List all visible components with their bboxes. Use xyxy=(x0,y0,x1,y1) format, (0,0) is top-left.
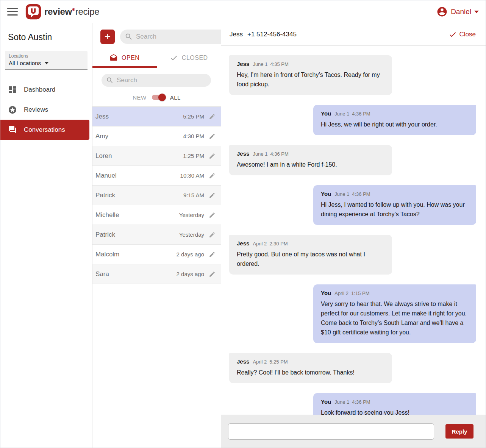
message-bubble: You June 14:36 PM Look forward to seeing… xyxy=(313,393,476,415)
reply-input[interactable] xyxy=(228,423,434,440)
edit-pencil-icon[interactable] xyxy=(209,133,216,140)
message-text: Hey, I’m here in front of Torchy’s Tacos… xyxy=(237,70,384,89)
message-row: You June 14:36 PM Look forward to seeing… xyxy=(229,393,476,415)
message-text: Really? Cool! I’ll be back tomorrow. Tha… xyxy=(237,368,384,377)
conversation-list-item[interactable]: Malcolm 2 days ago xyxy=(92,245,221,264)
message-row: You April 21:15 PM Very sorry to hear th… xyxy=(229,284,476,343)
message-sender: You xyxy=(321,110,331,117)
reply-bar: Reply xyxy=(221,415,486,448)
edit-pencil-icon[interactable] xyxy=(209,212,216,219)
message-timestamp: June 14:36 PM xyxy=(253,151,288,157)
check-icon xyxy=(170,54,178,62)
message-sender: You xyxy=(321,290,331,296)
message-bubble: Jess April 22:30 PM Pretty good. But one… xyxy=(229,235,392,275)
message-timestamp: June 14:36 PM xyxy=(334,399,370,405)
edit-pencil-icon[interactable] xyxy=(209,172,216,179)
brand-wordmark: review✱recipe xyxy=(44,6,99,17)
brand-star-icon: ✱ xyxy=(72,7,75,12)
conversation-list-item[interactable]: Michelle Yesterday xyxy=(92,205,221,225)
conversation-list-item[interactable]: Sara 2 days ago xyxy=(92,264,221,284)
message-row: Jess June 14:36 PM Awesome! I am in a wh… xyxy=(229,145,476,175)
conversation-time: 1:25 PM xyxy=(183,153,204,159)
user-menu[interactable]: Daniel xyxy=(436,6,479,17)
message-sender: Jess xyxy=(237,150,249,157)
user-name: Daniel xyxy=(451,8,471,16)
message-text: Very sorry to hear that. We always striv… xyxy=(321,299,469,337)
edit-pencil-icon[interactable] xyxy=(209,153,216,159)
conversation-name: Loren xyxy=(95,152,112,160)
close-label: Close xyxy=(459,31,476,38)
global-search[interactable]: ? xyxy=(120,30,236,44)
hamburger-menu-icon[interactable] xyxy=(7,8,18,16)
toggle-knob xyxy=(158,94,166,101)
edit-pencil-icon[interactable] xyxy=(209,192,216,199)
message-bubble: Jess June 14:36 PM Awesome! I am in a wh… xyxy=(229,145,392,175)
conversation-list-item[interactable]: Jess 5:25 PM xyxy=(92,107,221,126)
conversation-list-item[interactable]: Manuel 10:30 AM xyxy=(92,166,221,186)
conversation-time: 9:15 AM xyxy=(183,192,204,198)
conversation-search[interactable] xyxy=(102,74,211,87)
locations-select[interactable]: Locations All Locations xyxy=(5,51,88,70)
message-sender: You xyxy=(321,398,331,405)
message-sender: Jess xyxy=(237,358,249,365)
conversation-name: Michelle xyxy=(95,211,119,219)
edit-pencil-icon[interactable] xyxy=(209,251,216,258)
message-bubble: You June 14:36 PM Hi Jess, I wanted to f… xyxy=(313,185,476,225)
conversation-time: 5:25 PM xyxy=(183,113,204,120)
conversation-name: Amy xyxy=(95,133,108,140)
message-text: Hi Jess, I wanted to follow up with you.… xyxy=(321,200,469,219)
tab-label: CLOSED xyxy=(182,55,208,61)
conversation-time: 2 days ago xyxy=(177,271,204,277)
message-bubble: Jess April 25:25 PM Really? Cool! I’ll b… xyxy=(229,353,392,383)
sidebar-item-reviews[interactable]: Reviews xyxy=(0,100,92,120)
conversation-time: 4:30 PM xyxy=(183,133,204,139)
edit-pencil-icon[interactable] xyxy=(209,113,216,120)
conversation-name: Jess xyxy=(95,113,109,120)
conversation-time: Yesterday xyxy=(179,212,204,218)
dashboard-icon xyxy=(8,85,17,94)
locations-value: All Locations xyxy=(9,60,41,66)
close-conversation-button[interactable]: Close xyxy=(448,30,476,39)
dropdown-arrow-icon xyxy=(45,62,48,64)
conversation-search-input[interactable] xyxy=(117,76,208,84)
conversation-name: Sara xyxy=(95,270,109,278)
sidebar-item-label: Conversations xyxy=(24,126,65,134)
message-row: Jess April 22:30 PM Pretty good. But one… xyxy=(229,235,476,275)
message-text: Awesome! I am in a white Ford f-150. xyxy=(237,160,384,169)
message-timestamp: June 14:36 PM xyxy=(334,191,370,197)
conversation-list-item[interactable]: Patrick Yesterday xyxy=(92,225,221,245)
message-timestamp: April 25:25 PM xyxy=(253,359,288,365)
conversation-name: Manuel xyxy=(95,172,117,180)
user-avatar-icon xyxy=(436,6,448,17)
conversation-name: Patrick xyxy=(95,192,115,199)
conversation-time: Yesterday xyxy=(179,231,204,238)
conversation-list-item[interactable]: Loren 1:25 PM xyxy=(92,146,221,166)
edit-pencil-icon[interactable] xyxy=(209,271,216,278)
conversation-time: 2 days ago xyxy=(177,251,204,258)
message-timestamp: April 21:15 PM xyxy=(334,290,369,296)
thread-panel: Jess +1 512-456-4345 Close Jess June 14:… xyxy=(221,23,486,448)
search-icon xyxy=(125,33,133,41)
app-logo[interactable]: review✱recipe xyxy=(25,4,99,20)
filter-label-all: ALL xyxy=(170,94,181,101)
sidebar-item-conversations[interactable]: Conversations xyxy=(0,120,89,140)
tab-open[interactable]: OPEN xyxy=(92,50,157,68)
new-all-filter: NEW ALL xyxy=(92,91,221,104)
new-all-toggle[interactable] xyxy=(152,95,165,100)
new-conversation-button[interactable]: + xyxy=(100,30,115,44)
tab-closed[interactable]: CLOSED xyxy=(157,50,221,68)
conversation-list-item[interactable]: Patrick 9:15 AM xyxy=(92,186,221,205)
contact-phone: +1 512-456-4345 xyxy=(247,31,297,38)
edit-pencil-icon[interactable] xyxy=(209,231,216,238)
open-mail-icon xyxy=(109,54,118,62)
search-input[interactable] xyxy=(136,33,220,41)
conversation-time: 10:30 AM xyxy=(180,172,204,179)
conversation-list-item[interactable]: Amy 4:30 PM xyxy=(92,126,221,146)
reply-button[interactable]: Reply xyxy=(445,424,473,439)
check-icon xyxy=(448,30,457,39)
tab-label: OPEN xyxy=(122,55,139,61)
app-window: review✱recipe Daniel Soto Austin Locatio… xyxy=(0,0,486,448)
message-row: Jess April 25:25 PM Really? Cool! I’ll b… xyxy=(229,353,476,383)
account-name: Soto Austin xyxy=(0,32,92,42)
sidebar-item-dashboard[interactable]: Dashboard xyxy=(0,80,92,100)
